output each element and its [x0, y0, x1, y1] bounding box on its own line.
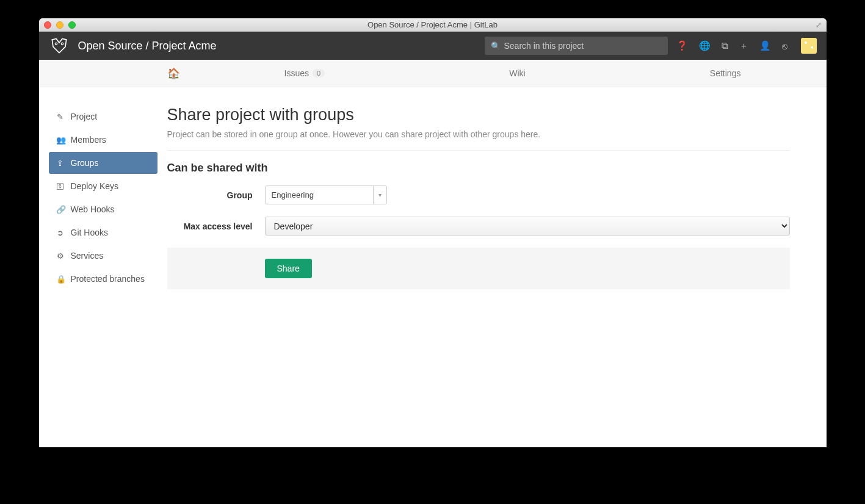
settings-sidebar: ✎Project 👥Members ⇪Groups ⚿Deploy Keys 🔗… [39, 87, 167, 447]
search-icon: 🔍 [491, 41, 501, 51]
group-label: Group [167, 190, 265, 200]
header-actions: ❓ 🌐 ⧉ ＋ 👤 ⎋ [676, 38, 817, 54]
page-title: Share project with groups [167, 106, 790, 124]
nav-settings[interactable]: Settings [698, 68, 753, 78]
window-titlebar: Open Source / Project Acme | GitLab ⤢ [39, 18, 827, 32]
group-select-value: Engineering [272, 190, 314, 200]
group-row: Group Engineering ▾ [167, 185, 790, 204]
sidebar-item-label: Services [71, 251, 104, 261]
sidebar-item-groups[interactable]: ⇪Groups [49, 152, 157, 174]
sidebar-item-deploy-keys[interactable]: ⚿Deploy Keys [49, 175, 157, 197]
page-description: Project can be stored in one group at on… [167, 129, 790, 139]
pencil-icon: ✎ [56, 112, 65, 121]
top-navbar: Open Source / Project Acme 🔍 ❓ 🌐 ⧉ ＋ 👤 ⎋ [39, 32, 827, 60]
help-icon[interactable]: ❓ [676, 40, 688, 51]
minimize-window-icon[interactable] [56, 21, 63, 29]
home-icon: 🏠 [167, 67, 180, 80]
chevron-down-icon: ▾ [373, 186, 386, 204]
sidebar-item-web-hooks[interactable]: 🔗Web Hooks [49, 198, 157, 220]
copy-icon[interactable]: ⧉ [722, 40, 728, 51]
gitlab-logo-icon[interactable] [49, 35, 70, 56]
traffic-lights [44, 21, 76, 29]
link-icon: 🔗 [56, 205, 65, 214]
sidebar-item-label: Git Hooks [71, 228, 108, 237]
share-icon: ⇪ [56, 159, 65, 168]
project-subnav: 🏠 Issues 0 Wiki Settings [39, 60, 827, 87]
user-avatar[interactable] [801, 38, 817, 54]
sidebar-item-label: Protected branches [71, 274, 145, 284]
section-title: Can be shared with [167, 162, 790, 175]
group-select[interactable]: Engineering ▾ [265, 185, 387, 204]
nav-issues[interactable]: Issues 0 [272, 68, 338, 78]
access-row: Max access level Developer [167, 217, 790, 236]
nav-wiki[interactable]: Wiki [497, 68, 537, 78]
zoom-window-icon[interactable] [68, 21, 76, 29]
key-icon: ⚿ [56, 182, 65, 191]
nav-home[interactable]: 🏠 [155, 67, 192, 80]
sidebar-item-label: Project [71, 112, 98, 121]
sidebar-item-label: Groups [71, 158, 99, 168]
plus-icon[interactable]: ＋ [739, 40, 748, 52]
search-box[interactable]: 🔍 [485, 37, 668, 55]
svg-point-1 [61, 43, 63, 45]
close-window-icon[interactable] [44, 21, 51, 29]
search-input[interactable] [504, 41, 662, 51]
main-panel: Share project with groups Project can be… [167, 87, 827, 447]
users-icon: 👥 [56, 135, 65, 145]
divider [167, 150, 790, 151]
sidebar-item-project[interactable]: ✎Project [49, 106, 157, 128]
browser-window: Open Source / Project Acme | GitLab ⤢ Op… [39, 18, 827, 447]
content-area: ✎Project 👥Members ⇪Groups ⚿Deploy Keys 🔗… [39, 87, 827, 447]
form-actions: Share [167, 248, 790, 289]
sidebar-item-label: Web Hooks [71, 204, 115, 214]
circle-arrow-icon: ➲ [56, 228, 65, 237]
sidebar-item-protected-branches[interactable]: 🔒Protected branches [49, 268, 157, 290]
signout-icon[interactable]: ⎋ [782, 41, 787, 51]
user-icon[interactable]: 👤 [759, 40, 771, 51]
gears-icon: ⚙ [56, 251, 65, 261]
issues-count-badge: 0 [313, 69, 325, 77]
share-button[interactable]: Share [265, 259, 312, 278]
sidebar-item-label: Deploy Keys [71, 181, 119, 191]
access-label: Max access level [167, 221, 265, 231]
sidebar-item-label: Members [71, 135, 106, 145]
access-level-select[interactable]: Developer [265, 217, 790, 236]
nav-issues-label: Issues [284, 68, 309, 78]
fullscreen-icon[interactable]: ⤢ [816, 21, 822, 29]
lock-icon: 🔒 [56, 275, 65, 284]
svg-point-0 [55, 43, 57, 45]
project-breadcrumb[interactable]: Open Source / Project Acme [78, 40, 217, 52]
sidebar-item-git-hooks[interactable]: ➲Git Hooks [49, 221, 157, 243]
window-title: Open Source / Project Acme | GitLab [367, 20, 498, 29]
sidebar-item-members[interactable]: 👥Members [49, 129, 157, 151]
sidebar-item-services[interactable]: ⚙Services [49, 245, 157, 267]
globe-icon[interactable]: 🌐 [699, 40, 711, 51]
